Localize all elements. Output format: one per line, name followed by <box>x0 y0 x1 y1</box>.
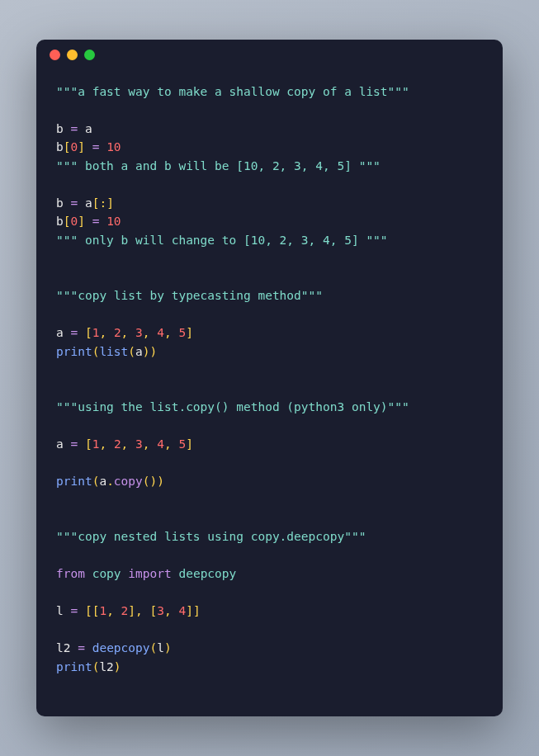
module: copy <box>92 567 121 580</box>
docstring: """using the list.copy() method (python3… <box>56 400 409 413</box>
paren: ) <box>143 345 150 358</box>
var: a <box>85 122 92 135</box>
var: a <box>99 475 106 488</box>
num: 0 <box>70 140 78 154</box>
paren: ) <box>157 475 164 488</box>
bracket: ] <box>106 196 114 210</box>
num: 5 <box>178 437 186 451</box>
num: 1 <box>99 604 106 617</box>
titlebar <box>36 40 503 69</box>
bracket: ] <box>78 140 85 154</box>
bracket: ] <box>128 604 135 617</box>
var: l <box>56 604 64 617</box>
comma: , <box>121 326 135 339</box>
var: a <box>135 345 143 358</box>
fn-call: print <box>56 345 92 358</box>
bracket: ] <box>78 215 85 228</box>
paren: ( <box>150 641 158 654</box>
op: = <box>64 604 85 617</box>
paren: ) <box>150 345 158 358</box>
var: a <box>56 437 64 451</box>
num: 0 <box>70 215 78 228</box>
docstring: """ both a and b will be [10, 2, 3, 4, 5… <box>56 159 381 172</box>
fn-call: list <box>99 345 128 358</box>
var: b <box>56 196 64 210</box>
docstring: """ only b will change to [10, 2, 3, 4, … <box>56 234 388 247</box>
bracket: [ <box>85 604 92 617</box>
comma: , <box>164 604 178 617</box>
paren: ( <box>143 475 150 488</box>
num: 3 <box>157 604 164 617</box>
bracket: [ <box>150 604 158 617</box>
op: = <box>64 437 85 451</box>
comma: , <box>106 604 121 617</box>
fn-call: print <box>56 475 92 488</box>
docstring: """a fast way to make a shallow copy of … <box>56 85 409 98</box>
minimize-icon[interactable] <box>67 50 78 60</box>
bracket: [ <box>85 326 92 339</box>
module: deepcopy <box>178 567 236 580</box>
op: = <box>85 215 106 228</box>
num: 3 <box>135 437 143 451</box>
method: copy <box>114 475 143 488</box>
dot: . <box>106 475 114 488</box>
comma: , <box>135 604 149 617</box>
bracket: ] <box>193 604 201 617</box>
code-window: """a fast way to make a shallow copy of … <box>36 40 503 716</box>
colon: : <box>99 196 106 210</box>
num: 10 <box>106 215 121 228</box>
op: = <box>64 196 85 210</box>
num: 4 <box>157 326 164 339</box>
var: a <box>56 326 64 339</box>
paren: ( <box>128 345 135 358</box>
keyword: from <box>56 567 85 580</box>
num: 5 <box>178 326 186 339</box>
fn-call: deepcopy <box>92 641 150 654</box>
comma: , <box>143 326 157 339</box>
op: = <box>64 122 85 135</box>
num: 10 <box>106 140 121 154</box>
paren: ) <box>150 475 158 488</box>
num: 2 <box>114 437 121 451</box>
keyword: import <box>128 567 171 580</box>
fn-call: print <box>56 660 92 673</box>
code-block: """a fast way to make a shallow copy of … <box>36 69 503 696</box>
paren: ) <box>114 660 121 673</box>
comma: , <box>164 326 178 339</box>
comma: , <box>99 326 113 339</box>
comma: , <box>164 437 178 451</box>
bracket: [ <box>85 437 92 451</box>
close-icon[interactable] <box>50 50 60 60</box>
comma: , <box>99 437 113 451</box>
comma: , <box>121 437 135 451</box>
num: 2 <box>114 326 121 339</box>
var: l2 <box>99 660 113 673</box>
bracket: ] <box>186 437 193 451</box>
op: = <box>85 140 106 154</box>
num: 4 <box>157 437 164 451</box>
var: l <box>157 641 164 654</box>
comma: , <box>143 437 157 451</box>
num: 4 <box>178 604 186 617</box>
var: b <box>56 140 64 154</box>
var: b <box>56 215 64 228</box>
var: l2 <box>56 641 70 654</box>
bracket: ] <box>186 326 193 339</box>
var: a <box>85 196 92 210</box>
docstring: """copy nested lists using copy.deepcopy… <box>56 530 366 543</box>
docstring: """copy list by typecasting method""" <box>56 289 323 302</box>
bracket: ] <box>186 604 193 617</box>
zoom-icon[interactable] <box>84 50 95 60</box>
num: 3 <box>135 326 143 339</box>
op: = <box>70 641 92 654</box>
paren: ) <box>164 641 172 654</box>
op: = <box>64 326 85 339</box>
var: b <box>56 122 64 135</box>
